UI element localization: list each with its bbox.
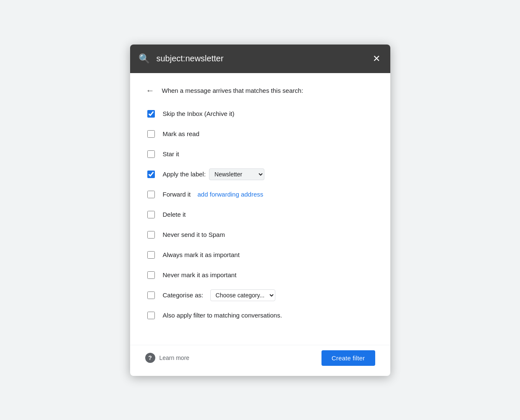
never-important-label[interactable]: Never mark it as important bbox=[163, 271, 237, 278]
filter-options-list: Skip the Inbox (Archive it) Mark as read… bbox=[145, 108, 375, 321]
apply-label-checkbox[interactable] bbox=[147, 171, 155, 178]
always-important-checkbox[interactable] bbox=[147, 251, 155, 259]
message-header-text: When a message arrives that matches this… bbox=[162, 87, 303, 94]
create-filter-button[interactable]: Create filter bbox=[321, 350, 375, 366]
category-select-dropdown[interactable]: Choose category... Primary Social Promot… bbox=[210, 289, 275, 301]
back-button[interactable]: ← bbox=[145, 85, 155, 96]
also-apply-checkbox-wrapper bbox=[145, 310, 157, 321]
never-important-checkbox[interactable] bbox=[147, 271, 155, 279]
apply-label-label[interactable]: Apply the label: Newsletter Choose label… bbox=[163, 168, 265, 180]
learn-more-text: Learn more bbox=[159, 354, 190, 361]
also-apply-label[interactable]: Also apply filter to matching conversati… bbox=[163, 312, 282, 319]
filter-row-always-important: Always mark it as important bbox=[145, 249, 375, 261]
forward-it-checkbox[interactable] bbox=[147, 191, 155, 198]
filter-row-apply-label: Apply the label: Newsletter Choose label… bbox=[145, 168, 375, 180]
dialog-footer: ? Learn more Create filter bbox=[130, 345, 390, 376]
dialog-body: ← When a message arrives that matches th… bbox=[130, 73, 390, 345]
filter-row-star-it: Star it bbox=[145, 148, 375, 160]
add-forwarding-address-link[interactable]: add forwarding address bbox=[198, 191, 264, 198]
skip-inbox-checkbox[interactable] bbox=[147, 110, 155, 118]
never-spam-label[interactable]: Never send it to Spam bbox=[163, 231, 225, 238]
filter-row-delete-it: Delete it bbox=[145, 209, 375, 220]
filter-row-categorise-as: Categorise as: Choose category... Primar… bbox=[145, 289, 375, 301]
mark-as-read-label[interactable]: Mark as read bbox=[163, 130, 200, 137]
filter-row-mark-as-read: Mark as read bbox=[145, 128, 375, 140]
never-spam-checkbox[interactable] bbox=[147, 231, 155, 239]
help-icon[interactable]: ? bbox=[145, 353, 155, 363]
skip-inbox-label[interactable]: Skip the Inbox (Archive it) bbox=[163, 110, 235, 117]
label-select-dropdown[interactable]: Newsletter Choose label... bbox=[209, 168, 264, 180]
forward-it-label[interactable]: Forward it add forwarding address bbox=[163, 191, 264, 198]
always-important-label[interactable]: Always mark it as important bbox=[163, 251, 240, 258]
apply-label-checkbox-wrapper bbox=[145, 168, 157, 180]
mark-as-read-checkbox-wrapper bbox=[145, 128, 157, 140]
star-it-label[interactable]: Star it bbox=[163, 150, 179, 158]
learn-more-area: ? Learn more bbox=[145, 353, 190, 363]
filter-row-never-important: Never mark it as important bbox=[145, 269, 375, 281]
mark-as-read-checkbox[interactable] bbox=[147, 130, 155, 138]
forward-it-checkbox-wrapper bbox=[145, 189, 157, 200]
delete-it-label[interactable]: Delete it bbox=[163, 211, 186, 218]
skip-inbox-checkbox-wrapper bbox=[145, 108, 157, 120]
filter-row-never-spam: Never send it to Spam bbox=[145, 229, 375, 241]
close-button[interactable]: ✕ bbox=[371, 52, 382, 65]
categorise-as-checkbox[interactable] bbox=[147, 291, 155, 299]
message-header: ← When a message arrives that matches th… bbox=[145, 85, 375, 96]
filter-dialog: 🔍 subject:newsletter ✕ ← When a message … bbox=[130, 45, 390, 376]
delete-it-checkbox[interactable] bbox=[147, 211, 155, 218]
search-query-text: subject:newsletter bbox=[157, 54, 364, 63]
star-it-checkbox-wrapper bbox=[145, 148, 157, 160]
delete-it-checkbox-wrapper bbox=[145, 209, 157, 220]
search-icon: 🔍 bbox=[138, 53, 150, 64]
also-apply-checkbox[interactable] bbox=[147, 312, 155, 319]
categorise-as-checkbox-wrapper bbox=[145, 289, 157, 301]
dialog-header: 🔍 subject:newsletter ✕ bbox=[130, 45, 390, 73]
always-important-checkbox-wrapper bbox=[145, 249, 157, 261]
never-spam-checkbox-wrapper bbox=[145, 229, 157, 241]
categorise-as-label[interactable]: Categorise as: Choose category... Primar… bbox=[163, 289, 275, 301]
filter-row-also-apply: Also apply filter to matching conversati… bbox=[145, 310, 375, 321]
filter-row-skip-inbox: Skip the Inbox (Archive it) bbox=[145, 108, 375, 120]
star-it-checkbox[interactable] bbox=[147, 150, 155, 158]
filter-row-forward-it: Forward it add forwarding address bbox=[145, 189, 375, 200]
never-important-checkbox-wrapper bbox=[145, 269, 157, 281]
